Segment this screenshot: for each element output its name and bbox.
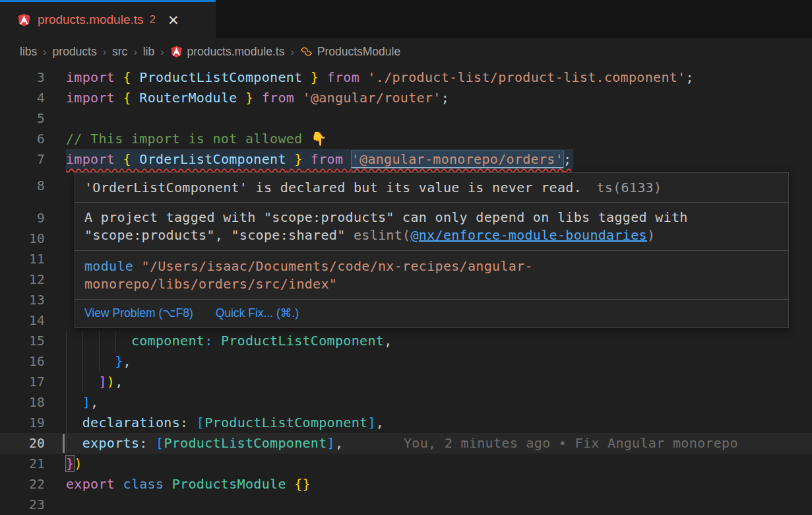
code-token: OrderListComponent (139, 151, 286, 167)
code-token: import (66, 151, 123, 167)
tab-dirty-count: 2 (150, 13, 156, 26)
view-problem-action[interactable]: View Problem (⌥F8) (84, 306, 193, 320)
module-path-line1: "/Users/isaac/Documents/code/nx-recipes/… (133, 258, 533, 274)
code-line-16[interactable]: 16 }, (0, 351, 812, 372)
code-text-21: }) (66, 454, 82, 474)
code-token: './product-list/product-list.component' (367, 69, 685, 85)
code-line-20[interactable]: 20 exports: [ProductListComponent],You, … (0, 433, 812, 454)
breadcrumb-item-src[interactable]: src (112, 45, 127, 59)
code-line-21[interactable]: 21}) (0, 454, 812, 474)
code-text-19: declarations: [ProductListComponent], (66, 413, 384, 433)
code-line-15[interactable]: 15 component: ProductListComponent, (0, 331, 812, 351)
hover-message-text: 'OrderListComponent' is declared but its… (84, 180, 582, 195)
breadcrumb-separator: › (103, 46, 106, 58)
code-token: } (66, 456, 74, 471)
code-text-22: export class ProductsModule {} (66, 474, 311, 495)
code-token: } (115, 353, 123, 369)
line-number-10[interactable]: 10 (0, 228, 45, 249)
line-number-19[interactable]: 19 (0, 413, 45, 433)
code-token: ] (327, 435, 335, 451)
hover-module-block: module "/Users/isaac/Documents/code/nx-r… (75, 250, 788, 299)
code-token: from (253, 90, 302, 106)
code-token: ProductListComponent (164, 435, 327, 451)
angular-icon (17, 13, 31, 27)
code-token: ProductListComponent (221, 333, 384, 349)
breadcrumb-item-symbol[interactable]: ProductsModule (300, 45, 400, 59)
line-number-11[interactable]: 11 (0, 249, 45, 269)
breadcrumb-separator: › (133, 46, 137, 58)
code-token: import (66, 90, 123, 106)
line-number-18[interactable]: 18 (0, 392, 45, 413)
code-token: RouterModule (139, 90, 237, 106)
quick-fix-action[interactable]: Quick Fix... (⌘.) (216, 306, 299, 320)
line-number-17[interactable]: 17 (0, 372, 45, 392)
code-token (66, 415, 82, 430)
hover-eslint-source-prefix: eslint( (354, 227, 411, 243)
code-token: ProductListComponent (139, 69, 302, 85)
code-token (66, 394, 82, 410)
breadcrumb-item-lib[interactable]: lib (143, 45, 155, 59)
line-number-4[interactable]: 4 (0, 88, 45, 108)
code-token: { (123, 69, 140, 85)
line-number-23[interactable]: 23 (0, 495, 45, 515)
code-token: { (123, 90, 140, 106)
code-token: from (303, 151, 352, 167)
code-token: ) (74, 456, 82, 471)
breadcrumb-item-libs[interactable]: libs (20, 45, 37, 59)
close-icon[interactable]: ✕ (168, 13, 179, 27)
line-number-8[interactable]: 8 (0, 176, 45, 196)
breadcrumb-item-file[interactable]: products.module.ts (170, 45, 285, 59)
code-line-22[interactable]: 22export class ProductsModule {} (0, 474, 812, 495)
code-text-4: import { RouterModule } from '@angular/r… (66, 88, 449, 108)
code-token: 👇 (311, 131, 327, 147)
line-number-12[interactable]: 12 (0, 269, 45, 290)
line-number-14[interactable]: 14 (0, 310, 45, 331)
module-path-line2: monorepo/libs/orders/src/index" (84, 276, 337, 292)
code-token: class (123, 476, 172, 492)
code-text-15: component: ProductListComponent, (66, 331, 392, 351)
line-number-3[interactable]: 3 (0, 67, 45, 88)
code-token: } (286, 151, 303, 167)
line-number-15[interactable]: 15 (0, 331, 45, 351)
line-number-9[interactable]: 9 (0, 208, 45, 228)
code-line-23[interactable]: 23 (0, 495, 812, 515)
hover-message-source: ts(6133) (596, 180, 662, 195)
line-number-7[interactable]: 7 (0, 149, 45, 170)
code-token: : (139, 435, 156, 451)
code-line-7[interactable]: 7import { OrderListComponent } from '@an… (0, 149, 812, 170)
hover-popup: 'OrderListComponent' is declared but its… (75, 172, 789, 328)
code-line-18[interactable]: 18 ], (0, 392, 812, 413)
code-line-6[interactable]: 6// This import is not allowed 👇 (0, 129, 812, 149)
line-number-5[interactable]: 5 (0, 108, 45, 129)
code-token: ) (107, 374, 115, 390)
line-number-13[interactable]: 13 (0, 290, 45, 310)
code-token: ; (563, 151, 571, 167)
module-specifier-link[interactable]: '@angular-monorepo/orders' (352, 151, 563, 167)
code-line-19[interactable]: 19 declarations: [ProductListComponent], (0, 413, 812, 433)
eslint-rule-link[interactable]: @nx/enforce-module-boundaries (410, 227, 646, 243)
code-text-17: ]), (66, 372, 123, 392)
code-text-18: ], (66, 392, 98, 413)
code-line-5[interactable]: 5 (0, 108, 812, 129)
code-token: : (180, 415, 197, 430)
code-token: , (123, 353, 131, 369)
class-icon (300, 46, 313, 58)
code-token: from (319, 69, 367, 85)
code-line-4[interactable]: 4import { RouterModule } from '@angular/… (0, 88, 812, 108)
code-token: component (131, 333, 204, 349)
code-line-17[interactable]: 17 ]), (0, 372, 812, 392)
code-token: declarations (82, 415, 180, 430)
line-number-22[interactable]: 22 (0, 474, 45, 495)
tab-products-module[interactable]: products.module.ts 2 ✕ (0, 0, 216, 38)
line-number-21[interactable]: 21 (0, 454, 45, 474)
hover-diagnostic-ts: 'OrderListComponent' is declared but its… (75, 173, 788, 202)
line-number-16[interactable]: 16 (0, 351, 45, 372)
code-token: {} (294, 476, 311, 492)
code-token: ; (686, 69, 694, 85)
code-line-3[interactable]: 3import { ProductListComponent } from '.… (0, 67, 812, 88)
code-token: , (335, 435, 343, 451)
code-token: ] (98, 374, 106, 390)
line-number-20[interactable]: 20 (0, 433, 45, 454)
line-number-6[interactable]: 6 (0, 129, 45, 149)
breadcrumb-item-products[interactable]: products (53, 45, 97, 59)
